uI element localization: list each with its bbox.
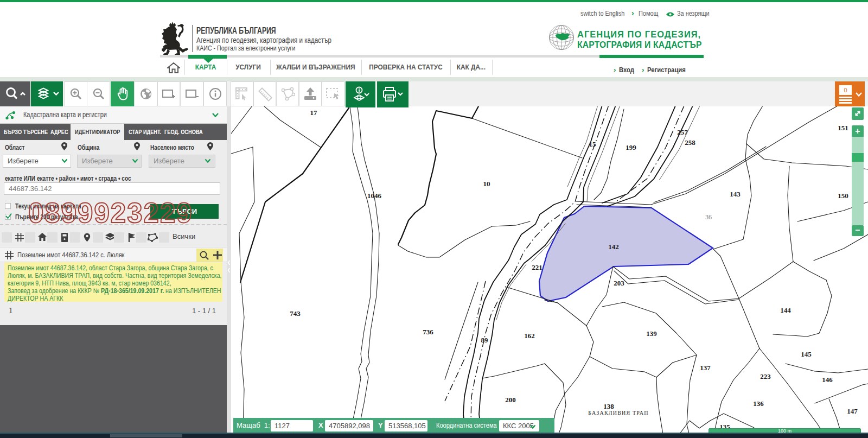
svg-text:89: 89 (481, 336, 489, 344)
svg-text:200: 200 (505, 396, 516, 404)
svg-text:142: 142 (608, 243, 619, 251)
svg-text:15: 15 (589, 140, 597, 148)
svg-text:145: 145 (801, 350, 812, 358)
svg-text:151: 151 (838, 124, 848, 132)
svg-text:147: 147 (847, 407, 858, 415)
svg-text:139: 139 (646, 329, 657, 338)
svg-text:736: 736 (423, 328, 433, 336)
svg-text:136: 136 (753, 399, 764, 408)
svg-text:146: 146 (822, 376, 833, 384)
svg-text:223: 223 (760, 372, 771, 380)
svg-text:221: 221 (532, 263, 542, 271)
svg-text:17: 17 (310, 109, 318, 117)
svg-text:150: 150 (838, 192, 848, 200)
svg-text:258: 258 (685, 138, 695, 147)
svg-text:203: 203 (614, 279, 624, 287)
svg-text:162: 162 (524, 332, 535, 340)
svg-text:36: 36 (705, 213, 712, 221)
svg-text:БАЗАКЛИВИЯ ТРАП: БАЗАКЛИВИЯ ТРАП (588, 410, 648, 416)
svg-text:257: 257 (677, 128, 688, 136)
svg-text:143: 143 (730, 190, 741, 198)
svg-text:199: 199 (626, 143, 636, 151)
svg-text:138: 138 (603, 402, 614, 410)
svg-text:10: 10 (483, 180, 490, 188)
svg-text:1046: 1046 (367, 192, 382, 200)
svg-text:144: 144 (780, 306, 791, 314)
svg-text:743: 743 (290, 309, 301, 318)
svg-text:137: 137 (700, 364, 711, 372)
